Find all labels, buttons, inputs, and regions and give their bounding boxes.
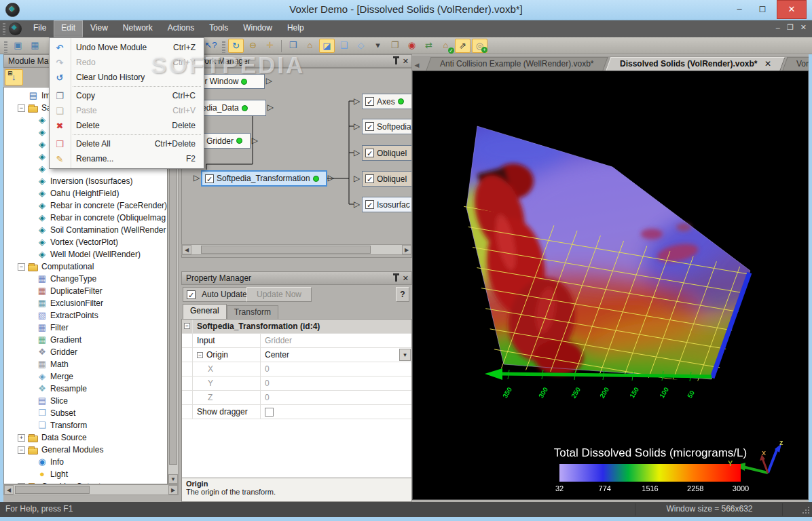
tree-item-changetype[interactable]: ▦ChangeType (4, 273, 167, 285)
menu-view[interactable]: View (83, 20, 115, 37)
toolbar-grip[interactable] (4, 41, 7, 53)
tree-item-soil-contamination-wellrender[interactable]: ◈Soil Contamination (WellRender (4, 224, 167, 236)
tree-expander-icon[interactable]: − (18, 104, 25, 112)
menu-window[interactable]: Window (236, 20, 280, 37)
tree-expander-icon[interactable]: − (18, 446, 25, 454)
tab-close-icon[interactable]: ✕ (764, 59, 771, 69)
tree-item-rebar-in-concrete-facerender[interactable]: ◈Rebar in concrete (FaceRender) (4, 199, 167, 212)
property-row-x[interactable]: X0 (182, 362, 411, 377)
mdi-close-icon[interactable]: ✕ (800, 23, 807, 32)
viewer-3d-canvas[interactable]: Total Dissolved Solids (micrograms/L) 32… (412, 71, 809, 500)
tree-item-inversion-isosurfaces[interactable]: ◈Inversion (Isosurfaces) (4, 175, 167, 187)
mdi-restore-icon[interactable]: ❐ (787, 23, 794, 32)
document-tab-2[interactable]: Vortex (... (782, 57, 809, 71)
node-checkbox[interactable]: ✓ (365, 97, 374, 106)
tree-item-resample[interactable]: ❖Resample (4, 383, 167, 395)
tab-scroll-left-icon[interactable]: ◀ (412, 60, 422, 71)
home-view-icon[interactable]: ⌂ (302, 39, 318, 53)
menu-actions[interactable]: Actions (160, 20, 202, 37)
menu-item-delete-all[interactable]: ❒Delete AllCtrl+Delete (50, 136, 204, 151)
menu-tools[interactable]: Tools (202, 20, 236, 37)
hscroll-thumb[interactable] (15, 486, 90, 494)
tree-item-well-model-wellrender[interactable]: ◈Well Model (WellRender) (4, 248, 167, 260)
zoom-out-icon[interactable]: ⊖ (245, 39, 261, 53)
tree-item-general-modules[interactable]: −General Modules (4, 444, 167, 456)
softpedia-transformation-node[interactable]: ▷✓Softpedia_Transformation▷ (201, 170, 327, 187)
export-animation-icon[interactable]: ⇄ (421, 39, 437, 53)
tree-item-gridder[interactable]: ❖Gridder (4, 346, 167, 358)
document-tab-1[interactable]: Dissolved Solids (VolRender).voxb*✕ (606, 57, 785, 71)
expand-modules-button[interactable]: ⊞↓ (5, 69, 23, 85)
menu-item-paste[interactable]: ❑PasteCtrl+V (50, 103, 204, 118)
property-row-y[interactable]: Y0 (182, 377, 411, 391)
view-dropdown-icon[interactable]: ▾ (370, 39, 386, 53)
property-row-show-dragger[interactable]: Show dragger (182, 405, 411, 419)
section-expander-icon[interactable]: − (184, 323, 190, 329)
menu-file[interactable]: File (26, 20, 54, 37)
trackball-mode-icon[interactable]: ◎+ (472, 39, 487, 53)
pin-icon[interactable] (395, 275, 397, 282)
dropdown-arrow-icon[interactable]: ▾ (399, 349, 411, 361)
tree-item-info[interactable]: ◉Info (4, 456, 167, 468)
tree-item-merge[interactable]: ◈Merge (4, 370, 167, 383)
node-checkbox[interactable]: ✓ (205, 174, 214, 183)
pan-icon[interactable]: ✛ (262, 39, 278, 53)
property-row-input[interactable]: InputGridder (182, 334, 411, 348)
tree-item-duplicatefilter[interactable]: ▦DuplicateFilter (4, 285, 167, 297)
axes-node[interactable]: ▷✓Axes▷ (362, 94, 412, 109)
close-panel-icon[interactable]: ✕ (403, 57, 409, 65)
wireframe-view-icon[interactable]: ◇ (353, 39, 369, 53)
copy-image-icon[interactable]: ❐ (387, 39, 403, 53)
update-now-button[interactable]: Update Now (246, 287, 312, 302)
mdi-minimize-icon[interactable]: – (776, 23, 780, 32)
menu-item-undo-move-module[interactable]: ↶Undo Move ModuleCtrl+Z (50, 40, 204, 55)
property-row-origin[interactable]: −OriginCenter▾ (182, 348, 411, 362)
network-hscrollbar[interactable]: ◀ ▶ (181, 244, 412, 255)
orthographic-view-icon[interactable]: ❑ (336, 39, 352, 53)
tree-expander-icon[interactable]: + (18, 434, 25, 442)
maximize-button[interactable]: ◻ (752, 0, 773, 19)
oblique-image-node-2[interactable]: ▷✓ObliqueI (362, 171, 412, 187)
tree-item-math[interactable]: ▦Math (4, 358, 167, 370)
menu-item-rename[interactable]: ✎Rename...F2 (50, 151, 204, 166)
default-view-icon[interactable]: ⌂✓ (438, 39, 454, 53)
property-row-z[interactable]: Z0 (182, 391, 411, 405)
tree-item-subset[interactable]: ❒Subset (4, 407, 167, 419)
property-section-header[interactable]: −Softpedia_Transformation (id:4) (182, 320, 411, 334)
menu-item-copy[interactable]: ❐CopyCtrl+C (50, 88, 204, 103)
node-checkbox[interactable]: ✓ (365, 174, 374, 183)
menubar-grip[interactable] (3, 23, 5, 35)
row-expander-icon[interactable]: − (197, 352, 203, 358)
menu-item-delete[interactable]: ✖DeleteDelete (50, 118, 204, 133)
show-dragger-checkbox[interactable] (265, 408, 274, 417)
minimize-button[interactable]: – (729, 0, 750, 19)
help-button[interactable]: ? (396, 287, 409, 302)
perspective-view-icon[interactable]: ◪ (319, 39, 335, 53)
scroll-right-icon[interactable]: ▶ (168, 485, 178, 495)
menu-network[interactable]: Network (115, 20, 160, 37)
node-checkbox[interactable]: ✓ (365, 149, 374, 157)
scroll-down-icon[interactable]: ▼ (168, 474, 178, 484)
resize-grip[interactable] (802, 506, 810, 514)
context-help-icon[interactable]: ↖? (203, 39, 219, 53)
oblique-image-node-1[interactable]: ▷✓ObliqueI (362, 145, 412, 161)
new-network-icon[interactable]: ▦ (27, 39, 43, 53)
menu-edit[interactable]: Edit (54, 20, 83, 37)
close-panel-icon[interactable]: ✕ (403, 274, 409, 282)
pin-icon[interactable] (395, 58, 397, 64)
tree-item-data-source[interactable]: +Data Source (4, 431, 167, 444)
tree-item-vortex-vectorplot[interactable]: ◈Vortex (VectorPlot) (4, 236, 167, 248)
document-tab-0[interactable]: Anti Collision Example (WellRender).voxb… (426, 57, 608, 71)
scroll-right-icon[interactable]: ▶ (402, 245, 411, 254)
tree-item-gradient[interactable]: ▦Gradient (4, 334, 167, 346)
tree-item-filter[interactable]: ▦Filter (4, 322, 167, 334)
rotate-view-icon[interactable]: ↻ (228, 39, 244, 53)
scroll-left-icon[interactable]: ◀ (182, 245, 191, 254)
axis-mode-icon[interactable]: ⇗ (455, 39, 470, 53)
menu-help[interactable]: Help (280, 20, 312, 37)
hscroll-thumb[interactable] (201, 246, 371, 254)
menu-item-redo[interactable]: ↷RedoCtrl+Y (50, 55, 204, 70)
isosurfaces-node[interactable]: ▷✓Isosurfac (362, 197, 412, 212)
network-canvas[interactable]: Viewer Window▷Softpedia_Data▷Gridder▷▷✓S… (181, 68, 412, 258)
tree-item-computational[interactable]: −Computational (4, 260, 167, 273)
